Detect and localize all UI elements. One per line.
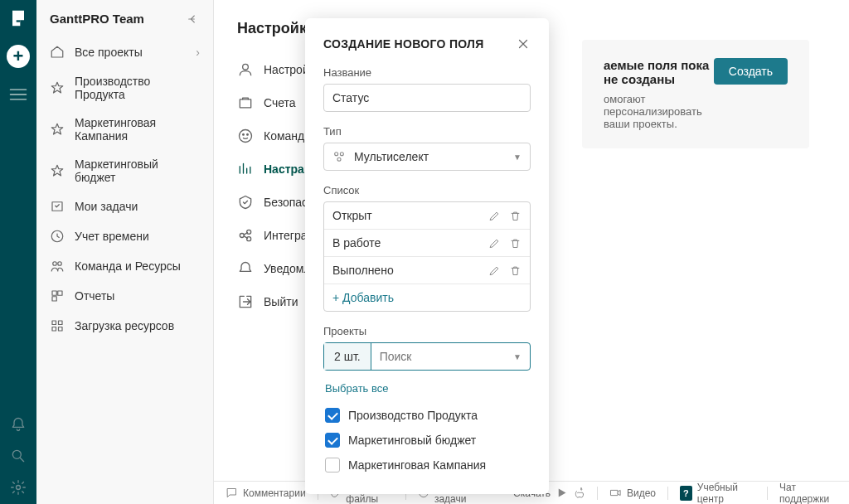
svg-point-18 [247, 134, 249, 136]
play-icon [555, 487, 568, 499]
list-item-row: В работе [324, 230, 530, 257]
sidebar-project[interactable]: Производство Продукта [36, 67, 213, 109]
project-option[interactable]: Маркетинговый бюджет [323, 428, 531, 453]
checkbox[interactable] [325, 433, 340, 448]
svg-rect-7 [52, 291, 56, 295]
svg-point-26 [337, 158, 341, 161]
projects-count: 2 шт. [324, 343, 371, 370]
svg-point-14 [243, 64, 249, 70]
multiselect-icon [332, 150, 346, 163]
trash-icon[interactable] [509, 237, 522, 250]
svg-point-17 [243, 134, 245, 136]
create-field-modal: СОЗДАНИЕ НОВОГО ПОЛЯ Название Тип Мульти… [305, 18, 549, 494]
projects-dropdown: Выбрать все Производство ПродуктаМаркети… [323, 374, 531, 482]
chevron-down-icon[interactable]: ▼ [513, 352, 522, 361]
trash-icon[interactable] [509, 264, 522, 277]
video-icon [609, 487, 622, 499]
svg-rect-12 [52, 327, 56, 332]
svg-point-16 [240, 130, 252, 143]
modal-title: СОЗДАНИЕ НОВОГО ПОЛЯ [323, 37, 484, 51]
bottombar-chat[interactable]: Чат поддержки [779, 482, 837, 505]
sidebar-item[interactable]: Команда и Ресурсы [36, 251, 213, 281]
settings-icon [237, 128, 254, 144]
sidebar-item[interactable]: Учет времени [36, 221, 213, 251]
empty-title: аемые поля пока не созданы [604, 58, 714, 86]
svg-point-20 [247, 230, 251, 234]
team-name: GanttPRO Team [50, 12, 144, 26]
empty-desc: омогают персонализировать ваши проекты. [604, 93, 714, 130]
svg-point-24 [335, 153, 338, 156]
type-select[interactable]: Мультиселект ▼ [323, 143, 531, 171]
star-icon [50, 80, 65, 95]
svg-rect-23 [611, 490, 618, 495]
sidebar-item[interactable]: Отчеты [36, 281, 213, 311]
edit-icon[interactable] [488, 237, 501, 250]
add-button[interactable]: + [7, 45, 30, 68]
settings-icon [237, 161, 254, 177]
chevron-right-icon: › [196, 46, 200, 59]
select-all-link[interactable]: Выбрать все [323, 379, 531, 403]
hamburger-icon[interactable] [7, 83, 30, 106]
settings-icon [237, 194, 254, 211]
bell-icon[interactable] [10, 416, 27, 433]
apple-icon [573, 487, 585, 499]
svg-point-25 [340, 153, 343, 156]
nav-icon [50, 288, 65, 303]
close-icon[interactable] [516, 36, 531, 51]
help-icon: ? [680, 486, 692, 501]
sidebar-item[interactable]: Мои задачи [36, 191, 213, 221]
settings-icon [237, 94, 254, 111]
sidebar-project[interactable]: Маркетинговая Кампания [36, 109, 213, 150]
svg-point-5 [53, 262, 57, 266]
bottombar-help[interactable]: ?Учебный центр [680, 482, 755, 505]
project-option[interactable]: Маркетинговая Кампания [323, 453, 531, 477]
svg-rect-13 [59, 327, 63, 332]
nav-icon [50, 229, 65, 244]
add-list-item[interactable]: + Добавить [324, 284, 530, 311]
svg-point-6 [58, 262, 62, 266]
svg-point-19 [240, 234, 244, 238]
star-icon [50, 163, 65, 178]
projects-label: Проекты [323, 325, 531, 337]
sidebar-item[interactable]: Загрузка ресурсов [36, 311, 213, 341]
edit-icon[interactable] [488, 264, 501, 277]
svg-point-1 [12, 450, 21, 458]
comment-icon [226, 487, 238, 499]
svg-rect-11 [59, 321, 63, 325]
gear-icon[interactable] [10, 479, 27, 496]
nav-label: Все проекты [75, 46, 143, 59]
projects-search-input[interactable] [380, 350, 513, 363]
svg-rect-9 [52, 297, 56, 301]
create-button[interactable]: Создать [714, 58, 788, 85]
list-item-row: Выполнено [324, 257, 530, 284]
collapse-icon[interactable] [187, 12, 200, 26]
svg-rect-15 [240, 99, 250, 108]
type-label: Тип [323, 125, 531, 138]
checkbox[interactable] [325, 458, 340, 472]
projects-combo[interactable]: 2 шт. ▼ [323, 342, 531, 371]
name-label: Название [323, 66, 531, 79]
list-label: Список [323, 184, 531, 196]
settings-icon [237, 260, 254, 277]
settings-icon [237, 227, 254, 244]
sidebar-project[interactable]: Маркетинговый бюджет [36, 150, 213, 191]
chevron-down-icon: ▼ [513, 153, 522, 162]
name-input[interactable] [323, 84, 531, 112]
bottombar-video[interactable]: Видео [609, 487, 656, 499]
app-logo [7, 7, 30, 30]
project-option[interactable]: Производство Продукта [323, 403, 531, 428]
empty-state-card: аемые поля пока не созданы омогают персо… [582, 40, 809, 148]
home-icon [50, 45, 65, 60]
checkbox[interactable] [325, 408, 340, 423]
svg-rect-8 [58, 291, 62, 295]
svg-point-21 [247, 237, 251, 241]
list-item-row: Открыт [324, 202, 530, 230]
trash-icon[interactable] [509, 210, 522, 222]
edit-icon[interactable] [488, 210, 501, 222]
search-icon[interactable] [10, 448, 27, 464]
bottombar-comments[interactable]: Комментарии [226, 487, 306, 499]
sidebar-all-projects[interactable]: Все проекты › [36, 37, 213, 67]
settings-icon [237, 293, 254, 310]
svg-rect-10 [52, 321, 56, 325]
svg-point-2 [17, 486, 21, 490]
